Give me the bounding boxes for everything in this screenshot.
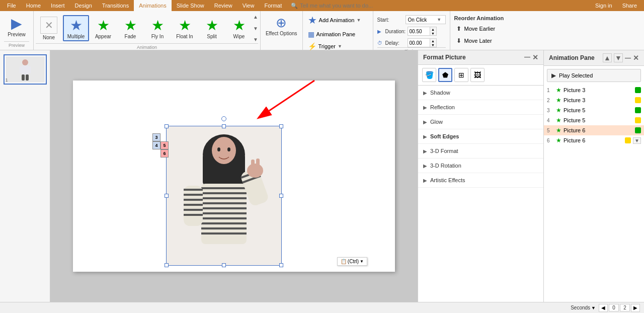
- soft-edges-label: Soft Edges: [430, 133, 459, 139]
- appear-icon: ★: [97, 17, 110, 34]
- person-image: [167, 126, 281, 265]
- anim-appear-button[interactable]: ★ Appear: [90, 16, 116, 40]
- anim-item-6[interactable]: 6 ★ Picture 6 ▼: [544, 135, 644, 145]
- 3d-format-header[interactable]: ▶ 3-D Format: [418, 144, 543, 158]
- add-animation-button[interactable]: ★ Add Animation ▼: [306, 13, 370, 27]
- delay-input[interactable]: [408, 38, 430, 47]
- svg-rect-34: [251, 160, 255, 171]
- handle-tr[interactable]: [279, 124, 283, 128]
- svg-rect-27: [184, 204, 203, 206]
- reflection-header[interactable]: ▶ Reflection: [418, 100, 543, 114]
- slide-thumb-1[interactable]: 1: [4, 54, 47, 85]
- play-selected-button[interactable]: ▶ Play Selected: [547, 69, 641, 82]
- format-panel-close[interactable]: ✕: [532, 53, 538, 61]
- format-panel-minimize[interactable]: —: [524, 53, 530, 61]
- anim-none-button[interactable]: ✕ None: [36, 16, 62, 41]
- anim-floatin-button[interactable]: ★ Float In: [172, 16, 198, 40]
- anim-color-1: [635, 87, 641, 93]
- anim-item-5[interactable]: 5 ★ Picture 6: [544, 125, 644, 135]
- duration-up[interactable]: ▲: [430, 27, 436, 31]
- duration-input[interactable]: [408, 27, 430, 36]
- svg-point-0: [22, 59, 28, 65]
- anim-color-2: [635, 97, 641, 103]
- nav-prev-button[interactable]: ◀: [599, 304, 608, 312]
- handle-tm[interactable]: [222, 124, 226, 128]
- tab-animations[interactable]: Animations: [134, 0, 171, 11]
- nav-next-button[interactable]: ▶: [631, 304, 640, 312]
- format-tab-effects[interactable]: ⬟: [438, 68, 452, 82]
- anim-pane-reorder-up[interactable]: ▲: [603, 53, 612, 62]
- anim-flyin-button[interactable]: ★ Fly In: [144, 16, 171, 40]
- svg-point-10: [217, 147, 220, 151]
- animation-pane-button[interactable]: ▦ Animation Pane: [306, 29, 370, 39]
- tab-transitions[interactable]: Transitions: [97, 0, 134, 11]
- anim-pane-reorder-down[interactable]: ▼: [614, 53, 623, 62]
- format-tab-picture[interactable]: 🖼: [470, 68, 485, 82]
- anim-item-4[interactable]: 4 ★ Picture 5: [544, 115, 644, 125]
- scroll-down-arrow[interactable]: ▼: [253, 26, 258, 31]
- artistic-effects-header[interactable]: ▶ Artistic Effects: [418, 173, 543, 187]
- ctrl-badge[interactable]: 📋 (Ctrl) ▼: [337, 257, 367, 266]
- anim-item-1[interactable]: 1 ★ Picture 3: [544, 85, 644, 95]
- soft-edges-header[interactable]: ▶ Soft Edges: [418, 129, 543, 143]
- tab-file[interactable]: File: [2, 0, 21, 11]
- shadow-header[interactable]: ▶ Shadow: [418, 86, 543, 100]
- animation-pane-label: Animation Pane: [316, 31, 356, 37]
- preview-label: Preview: [8, 32, 26, 37]
- svg-rect-21: [201, 227, 247, 229]
- start-dropdown[interactable]: On Click ▼: [406, 15, 446, 24]
- share-button[interactable]: Share: [617, 2, 642, 10]
- scroll-up-arrow[interactable]: ▲: [253, 14, 258, 20]
- tab-format[interactable]: Format: [259, 0, 287, 11]
- tab-design[interactable]: Design: [70, 0, 97, 11]
- effect-options-button[interactable]: ⊕ Effect Options: [264, 13, 299, 38]
- delay-up[interactable]: ▲: [430, 39, 436, 43]
- handle-mr[interactable]: [279, 194, 283, 198]
- duration-down[interactable]: ▼: [430, 31, 436, 35]
- artistic-effects-label: Artistic Effects: [430, 177, 465, 183]
- anim-pane-minimize[interactable]: —: [625, 54, 631, 61]
- anim-split-button[interactable]: ★ Split: [199, 16, 225, 40]
- format-tab-layout[interactable]: ⊞: [454, 68, 468, 82]
- anim-dropdown-6[interactable]: ▼: [633, 137, 641, 144]
- rotation-handle[interactable]: [221, 116, 226, 121]
- delay-icon: ⏱: [377, 40, 383, 46]
- sign-in-button[interactable]: Sign in: [590, 2, 617, 10]
- person-figure: [174, 129, 274, 265]
- tab-home[interactable]: Home: [21, 0, 46, 11]
- anim-fade-button[interactable]: ★ Fade: [117, 16, 143, 40]
- seconds-dropdown-arrow[interactable]: ▼: [591, 305, 596, 310]
- handle-bm[interactable]: [222, 263, 226, 267]
- format-tab-fill[interactable]: 🪣: [422, 68, 436, 82]
- search-input[interactable]: [300, 3, 400, 9]
- trigger-arrow: ▼: [338, 44, 342, 49]
- preview-button[interactable]: ▶ Preview: [4, 13, 29, 39]
- handle-ml[interactable]: [165, 194, 169, 198]
- tab-slideshow[interactable]: Slide Show: [172, 0, 209, 11]
- delay-down[interactable]: ▼: [430, 43, 436, 47]
- badge-group: 3 4 5 6: [152, 133, 169, 158]
- trigger-button[interactable]: ⚡ Trigger ▼: [306, 41, 370, 51]
- anim-num-4: 4: [547, 118, 554, 123]
- anim-pane-close[interactable]: ✕: [633, 54, 639, 62]
- handle-br[interactable]: [279, 263, 283, 267]
- move-later-button[interactable]: ⬇ Move Later: [454, 36, 527, 45]
- tab-insert[interactable]: Insert: [46, 0, 70, 11]
- anim-star-1: ★: [556, 87, 561, 94]
- anim-item-3[interactable]: 3 ★ Picture 5: [544, 105, 644, 115]
- svg-rect-29: [184, 214, 203, 216]
- 3d-rotation-header[interactable]: ▶ 3-D Rotation: [418, 159, 543, 173]
- move-earlier-button[interactable]: ⬆ Move Earlier: [454, 24, 527, 33]
- anim-item-2[interactable]: 2 ★ Picture 3: [544, 95, 644, 105]
- none-icon: ✕: [40, 17, 57, 34]
- tab-review[interactable]: Review: [209, 0, 237, 11]
- glow-header[interactable]: ▶ Glow: [418, 115, 543, 129]
- picture-frame[interactable]: [166, 126, 282, 266]
- anim-wipe-button[interactable]: ★ Wipe: [226, 16, 252, 40]
- format-panel-header: Format Picture — ✕: [418, 50, 543, 65]
- handle-tl[interactable]: [165, 124, 169, 128]
- anim-multiple-button[interactable]: ★ Multiple: [63, 15, 89, 41]
- tab-view[interactable]: View: [237, 0, 260, 11]
- handle-bl[interactable]: [165, 263, 169, 267]
- scroll-more-arrow[interactable]: ▼: [253, 37, 258, 42]
